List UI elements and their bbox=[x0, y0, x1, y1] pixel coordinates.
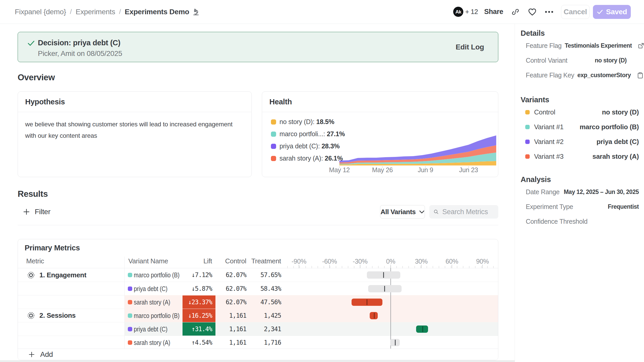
topbar-actions: Ak + 12 Share Cancel bbox=[453, 5, 631, 19]
detail-icon-slot bbox=[632, 43, 644, 49]
variant-row: Variant #2priya debt (C) bbox=[521, 134, 639, 149]
health-card-body: no story (D): 18.5%marco portfoli...: 27… bbox=[262, 112, 498, 177]
collaborator-count[interactable]: + 12 bbox=[465, 8, 478, 16]
legend-swatch bbox=[271, 119, 276, 125]
breadcrumb-item[interactable]: Experiments Demo bbox=[125, 8, 200, 16]
variant-color-dot bbox=[525, 110, 530, 114]
variant-name: marco portfolio (B) bbox=[134, 271, 179, 279]
search-metrics-box bbox=[429, 205, 498, 219]
metric-table-row[interactable]: 2. Sessionsmarco portfolio (B)↓16.25%1,1… bbox=[18, 309, 498, 322]
detail-label: Control Variant bbox=[526, 57, 567, 64]
variant-label: Variant #1 bbox=[534, 123, 564, 131]
analysis-row: Date RangeMay 12, 2025 – Jun 30, 2025 bbox=[521, 185, 639, 199]
confidence-interval-bar[interactable] bbox=[368, 285, 402, 292]
variant-swatch bbox=[128, 273, 132, 277]
variant-swatch bbox=[128, 327, 132, 331]
metric-name[interactable]: 1. Engagement bbox=[39, 271, 86, 279]
edit-log-button[interactable]: Edit Log bbox=[456, 43, 484, 51]
share-button[interactable]: Share bbox=[484, 8, 503, 16]
variant-label: Variant #2 bbox=[534, 138, 564, 146]
filter-button[interactable]: Filter bbox=[23, 208, 50, 216]
legend-swatch bbox=[271, 132, 276, 137]
variant-value: priya debt (C) bbox=[597, 138, 639, 146]
row-highlight bbox=[124, 322, 498, 336]
hypothesis-text[interactable]: we believe that showing customer stories… bbox=[18, 112, 251, 148]
external-link-icon[interactable] bbox=[638, 43, 644, 49]
analysis-value: Frequentist bbox=[608, 203, 639, 210]
analysis-label: Date Range bbox=[526, 188, 559, 196]
confidence-interval-bar[interactable] bbox=[416, 325, 428, 333]
treatment-value: 58.43% bbox=[253, 282, 281, 295]
more-options-button[interactable] bbox=[544, 7, 554, 17]
metric-table-row[interactable]: sarah story (A)↑4.54%1,1611,716 bbox=[18, 336, 498, 349]
search-icon bbox=[433, 208, 439, 215]
filter-button-label: Filter bbox=[35, 208, 50, 216]
heart-icon bbox=[528, 8, 537, 16]
analysis-row: Experiment TypeFrequentist bbox=[521, 199, 639, 214]
treatment-value: 1,716 bbox=[253, 336, 281, 349]
detail-value: no story (D) bbox=[595, 57, 627, 64]
analysis-row: Confidence Threshold bbox=[521, 214, 639, 229]
metric-cell: 1. Engagement bbox=[18, 268, 124, 282]
microscope-emoji bbox=[192, 8, 200, 16]
bottom-strip bbox=[0, 360, 515, 362]
metric-icon bbox=[27, 312, 34, 319]
variant-value: no story (D) bbox=[602, 108, 639, 116]
saved-button-label: Saved bbox=[606, 8, 627, 16]
lift-value: ↓7.12% bbox=[183, 268, 215, 282]
decision-banner-text: Decision: priya debt (C) Picker, Amit on… bbox=[38, 39, 122, 58]
variant-swatch bbox=[128, 340, 132, 345]
x-axis-label: Jun 9 bbox=[418, 166, 433, 173]
lift-midpoint-line bbox=[422, 326, 423, 332]
analysis-value: May 12, 2025 – Jun 30, 2025 bbox=[564, 189, 639, 196]
variant-row: Controlno story (D) bbox=[521, 105, 639, 120]
primary-metrics-title: Primary Metrics bbox=[25, 244, 80, 252]
metric-table-row[interactable]: priya debt (C)↓5.87%62.07%58.43% bbox=[18, 282, 498, 295]
row-highlight bbox=[124, 295, 498, 309]
confidence-interval-bar[interactable] bbox=[367, 271, 400, 279]
hypothesis-card: Hypothesis we believe that showing custo… bbox=[18, 91, 252, 177]
variants-dropdown[interactable]: All Variants bbox=[380, 205, 425, 219]
row-highlight bbox=[124, 309, 498, 322]
variant-label: Control bbox=[534, 108, 555, 116]
variant-name: sarah story (A) bbox=[134, 338, 170, 346]
row-highlight bbox=[124, 268, 498, 282]
results-divider bbox=[18, 225, 498, 225]
favorite-button[interactable] bbox=[528, 7, 537, 17]
copy-link-button[interactable] bbox=[511, 7, 520, 17]
health-area-chart[interactable]: May 12May 26Jun 9Jun 23 bbox=[324, 112, 498, 177]
decision-title: Decision: priya debt (C) bbox=[38, 39, 122, 47]
lift-midpoint-line bbox=[384, 286, 385, 292]
breadcrumb-item[interactable]: Fixpanel {demo} bbox=[15, 8, 66, 16]
confidence-interval-bar[interactable] bbox=[390, 339, 400, 346]
ellipsis-icon bbox=[545, 11, 554, 13]
copy-icon[interactable] bbox=[638, 72, 643, 78]
primary-metrics-card: Primary Metrics MetricVariant NameLiftCo… bbox=[18, 239, 498, 360]
variant-value: marco portfolio (B) bbox=[580, 123, 639, 131]
lift-midpoint-line bbox=[395, 340, 396, 345]
saved-button[interactable]: Saved bbox=[593, 5, 631, 19]
analysis-label: Confidence Threshold bbox=[526, 218, 587, 225]
search-metrics-input[interactable] bbox=[442, 208, 494, 216]
variant-row: Variant #3sarah story (A) bbox=[521, 149, 639, 164]
metric-icon bbox=[27, 272, 34, 279]
main-content: Decision: priya debt (C) Picker, Amit on… bbox=[0, 24, 515, 362]
metric-table-row[interactable]: 1. Engagementmarco portfolio (B)↓7.12%62… bbox=[18, 268, 498, 282]
metric-cell bbox=[18, 295, 124, 309]
confidence-interval-bar[interactable] bbox=[352, 299, 382, 306]
metric-name[interactable]: 2. Sessions bbox=[39, 312, 76, 320]
metric-table-row[interactable]: priya debt (C)↑31.4%1,1612,341 bbox=[18, 322, 498, 336]
health-title: Health bbox=[269, 98, 292, 106]
breadcrumb-item[interactable]: Experiments bbox=[76, 8, 115, 16]
cancel-button[interactable]: Cancel bbox=[561, 5, 590, 19]
confidence-interval-bar[interactable] bbox=[370, 312, 378, 319]
avatar[interactable]: Ak bbox=[453, 7, 463, 17]
variants-heading: Variants bbox=[521, 95, 639, 105]
variant-swatch bbox=[128, 300, 132, 304]
metric-table-row[interactable]: sarah story (A)↓23.37%62.07%47.56% bbox=[18, 295, 498, 309]
health-card: Health no story (D): 18.5%marco portfoli… bbox=[262, 91, 498, 177]
add-metric-button[interactable]: Add bbox=[29, 350, 53, 359]
row-highlight bbox=[124, 336, 498, 349]
top-bar: Fixpanel {demo}/Experiments/Experiments … bbox=[0, 0, 644, 24]
control-value: 62.07% bbox=[220, 282, 246, 295]
